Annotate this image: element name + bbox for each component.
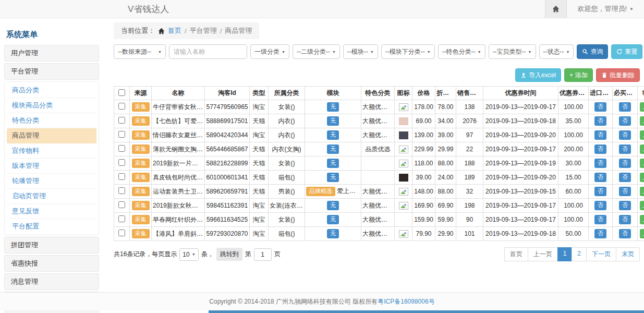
sidebar-item[interactable]: 宣传物料 [7, 143, 96, 159]
must-buy-cell: 否 [613, 142, 638, 156]
sidebar-group[interactable]: 消息管理 [4, 273, 99, 290]
sidebar-group[interactable]: 平台管理 [4, 63, 99, 80]
product-thumbnail-icon [399, 202, 408, 210]
records-summary: 共16条记录，每页显示 [114, 250, 177, 259]
status-badge[interactable]: 上架 [640, 102, 644, 111]
status-badge[interactable]: 上架 [640, 215, 644, 224]
coupon-amount-cell: 60.00 [558, 185, 589, 199]
row-checkbox[interactable] [118, 201, 125, 208]
jump-button[interactable]: 跳转到 [216, 248, 242, 261]
page-button[interactable]: 下一页 [586, 247, 616, 261]
add-button[interactable]: + 添加 [564, 68, 593, 82]
must-buy-badge[interactable]: 否 [619, 201, 631, 210]
source-cell: 采集 [130, 213, 152, 227]
name-search-input[interactable] [169, 44, 247, 59]
icp-link[interactable]: 粤ICP备16098006号 [378, 298, 434, 305]
must-buy-badge[interactable]: 否 [619, 130, 631, 139]
name-cell: 早春网红针织外套女春... [152, 213, 205, 227]
status-badge[interactable]: 上架 [640, 145, 644, 153]
sidebar-item[interactable]: 平台配置 [7, 219, 96, 234]
sidebar-group[interactable]: 用户管理 [4, 45, 99, 62]
per-page-select[interactable]: 10 ▼ [179, 248, 198, 261]
batch-delete-button[interactable]: 批量删除 [596, 68, 640, 82]
sidebar-item[interactable]: 模块商品分类 [7, 98, 96, 113]
must-buy-badge[interactable]: 否 [619, 187, 631, 196]
filter-select[interactable]: 一级分类 ▼ [250, 44, 289, 59]
import-select-badge[interactable]: 否 [594, 215, 606, 224]
product-thumbnail-icon [399, 117, 408, 125]
row-checkbox[interactable] [118, 131, 125, 138]
search-button[interactable]: 查询 [577, 44, 608, 59]
status-badge[interactable]: 上架 [640, 187, 644, 196]
column-header: 名称 [152, 87, 205, 100]
type-cell: 天猫 [250, 114, 269, 128]
sidebar-item[interactable]: 特色分类 [7, 113, 96, 128]
row-checkbox[interactable] [118, 173, 125, 180]
filter-select[interactable]: --宝贝类型-- ▼ [489, 44, 536, 59]
page-button[interactable]: 1 [557, 247, 573, 261]
pagination-buttons: 首页 上一页 1 2 下一页 末页 [505, 247, 640, 261]
row-checkbox[interactable] [118, 117, 125, 124]
filter-select[interactable]: --状态-- ▼ [539, 44, 574, 59]
taoke-id-cell: 589042420344 [205, 128, 250, 142]
user-menu[interactable]: 欢迎您，管理员! ▼ [567, 4, 644, 14]
import-select-badge[interactable]: 否 [594, 201, 606, 210]
status-badge[interactable]: 上架 [640, 201, 644, 210]
must-buy-badge[interactable]: 否 [619, 116, 631, 125]
must-buy-badge[interactable]: 否 [619, 215, 631, 224]
import-select-badge[interactable]: 否 [594, 102, 606, 111]
data-source-select[interactable]: --数据来源-- ▼ [114, 44, 166, 59]
price-cell: 229.99 [412, 142, 435, 156]
import-select-badge[interactable]: 否 [594, 145, 606, 153]
sidebar-item[interactable]: 版本管理 [7, 159, 96, 174]
row-checkbox[interactable] [118, 187, 125, 194]
filter-select[interactable]: --模块-- ▼ [343, 44, 378, 59]
import-select-cell: 否 [589, 227, 613, 241]
must-buy-badge[interactable]: 否 [619, 229, 631, 238]
sidebar-top-groups: 用户管理 平台管理 [4, 45, 99, 80]
page-button[interactable]: 2 [572, 247, 587, 261]
import-select-badge[interactable]: 否 [594, 173, 606, 182]
import-select-badge[interactable]: 否 [594, 116, 606, 125]
sidebar-group[interactable]: 拼团管理 [4, 237, 99, 254]
row-select-cell [114, 142, 130, 156]
sidebar-group[interactable]: 省惠快报 [4, 255, 99, 272]
breadcrumb-home-link[interactable]: 首页 [168, 26, 181, 35]
row-checkbox[interactable] [118, 103, 125, 110]
status-badge[interactable]: 上架 [640, 173, 644, 182]
import-select-badge[interactable]: 否 [594, 159, 606, 167]
import-select-badge[interactable]: 否 [594, 130, 606, 139]
import-select-badge[interactable]: 否 [594, 187, 606, 196]
page-button[interactable]: 首页 [504, 247, 528, 261]
status-badge[interactable]: 上架 [640, 159, 644, 167]
row-checkbox[interactable] [118, 145, 125, 152]
sidebar-item[interactable]: 意见反馈 [7, 204, 96, 219]
select-all-checkbox[interactable] [118, 89, 125, 96]
must-buy-badge[interactable]: 否 [619, 159, 631, 167]
filter-select[interactable]: --二级分类-- ▼ [293, 44, 340, 59]
sidebar-item[interactable]: 商品管理 [7, 128, 96, 143]
import-select-badge[interactable]: 否 [594, 229, 606, 238]
row-checkbox[interactable] [118, 230, 125, 236]
status-badge[interactable]: 上架 [640, 116, 644, 125]
import-excel-button[interactable]: 导入excel [515, 68, 561, 82]
home-nav-button[interactable] [545, 0, 567, 18]
filter-select[interactable]: --特色分类-- ▼ [438, 44, 485, 59]
must-buy-badge[interactable]: 否 [619, 102, 631, 111]
status-badge[interactable]: 上架 [640, 130, 644, 139]
must-buy-badge[interactable]: 否 [619, 145, 631, 153]
must-buy-badge[interactable]: 否 [619, 173, 631, 182]
sidebar-item[interactable]: 商品分类 [7, 83, 96, 98]
sidebar-item[interactable]: 轮播管理 [7, 174, 96, 189]
row-checkbox[interactable] [118, 159, 125, 166]
page-button[interactable]: 末页 [616, 247, 640, 261]
status-badge[interactable]: 上架 [640, 229, 644, 238]
reset-button[interactable]: 重置 [611, 44, 642, 59]
name-cell: 运动套装男士卫衣初秋... [152, 185, 205, 199]
sidebar-item[interactable]: 启动页管理 [7, 189, 96, 204]
page-button[interactable]: 上一页 [528, 247, 558, 261]
row-checkbox[interactable] [118, 215, 125, 222]
jump-page-input[interactable] [254, 248, 272, 261]
filter-select[interactable]: --模块下分类-- ▼ [381, 44, 435, 59]
module-badge: 无 [327, 102, 339, 111]
